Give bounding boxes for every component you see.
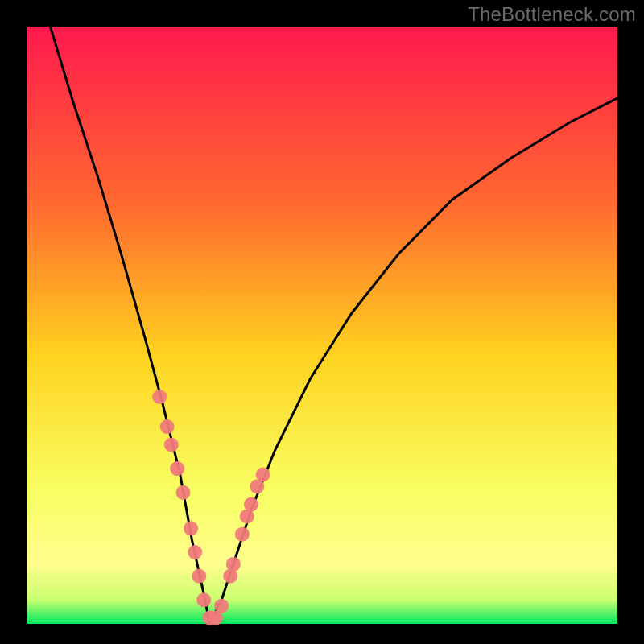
data-marker — [244, 497, 258, 512]
data-marker — [164, 437, 179, 452]
watermark-text: TheBottleneck.com — [468, 3, 636, 26]
data-marker — [226, 557, 241, 572]
bottleneck-chart — [0, 0, 644, 644]
data-marker — [192, 569, 206, 584]
data-marker — [170, 461, 184, 476]
data-marker — [184, 521, 198, 535]
data-marker — [152, 390, 167, 404]
data-marker — [235, 527, 250, 542]
data-marker — [188, 545, 202, 559]
plot-area — [27, 27, 617, 624]
data-marker — [214, 599, 229, 613]
chart-frame: TheBottleneck.com — [0, 0, 644, 644]
data-marker — [256, 468, 270, 482]
data-marker — [160, 419, 175, 434]
data-marker — [196, 592, 211, 607]
data-marker — [176, 485, 191, 500]
